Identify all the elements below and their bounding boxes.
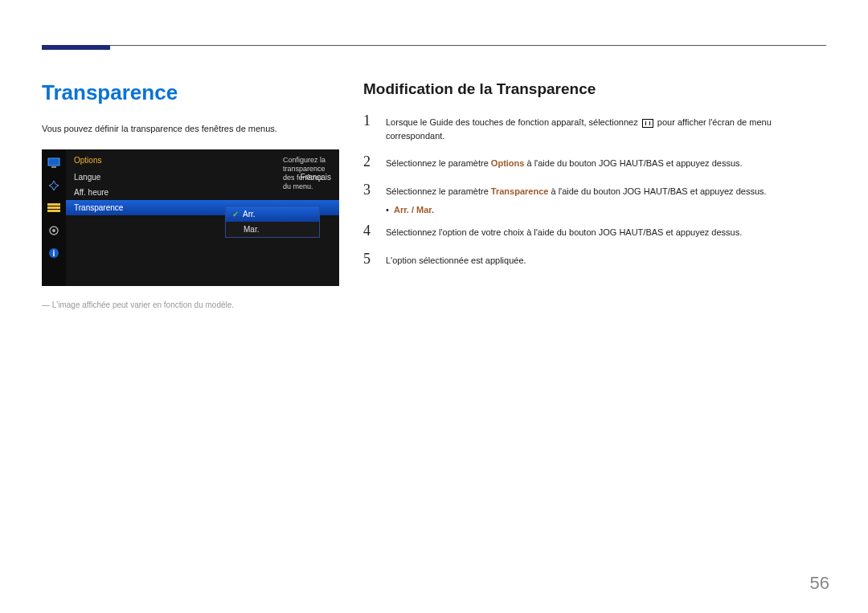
section-subtitle: Modification de la Transparence [363, 80, 821, 98]
step-text: L'option sélectionnée est appliquée. [386, 254, 526, 268]
step-text-part: à l'aide du bouton JOG HAUT/BAS et appuy… [551, 186, 766, 196]
page-title: Transparence [42, 80, 339, 105]
osd-row-label: Langue [74, 173, 100, 182]
bullet-value: Arr. / Mar. [394, 205, 434, 215]
step-5: 5 L'option sélectionnée est appliquée. [363, 251, 821, 268]
svg-rect-5 [47, 210, 60, 212]
step-keyword: Options [491, 158, 525, 168]
step-3: 3 Sélectionnez le paramètre Transparence… [363, 182, 821, 198]
check-icon: ✓ [232, 210, 239, 219]
monitor-icon [47, 156, 61, 170]
left-column: Transparence Vous pouvez définir la tran… [42, 80, 339, 309]
right-column: Modification de la Transparence 1 Lorsqu… [363, 80, 821, 279]
svg-marker-2 [49, 181, 59, 190]
page-number: 56 [810, 573, 829, 594]
step-2: 2 Sélectionnez le paramètre Options à l'… [363, 153, 821, 170]
osd-submenu: ✓ Arr. Mar. [225, 206, 320, 238]
step-bullet: • Arr. / Mar. [386, 205, 821, 215]
step-text: Sélectionnez le paramètre Transparence à… [386, 185, 767, 198]
osd-sidebar: i [42, 149, 66, 286]
step-number: 5 [363, 251, 375, 268]
header-chapter-tab [42, 45, 110, 50]
header-rule [42, 45, 826, 46]
step-number: 1 [363, 112, 375, 129]
position-icon [47, 178, 61, 193]
step-number: 2 [363, 153, 375, 170]
step-text-part: à l'aide du bouton JOG HAUT/BAS et appuy… [526, 158, 742, 168]
options-icon [47, 201, 61, 215]
menu-icon [642, 119, 653, 128]
info-icon: i [47, 246, 61, 260]
step-text: Sélectionnez le paramètre Options à l'ai… [386, 157, 743, 170]
step-number: 3 [363, 182, 375, 198]
step-keyword: Transparence [491, 186, 549, 196]
svg-text:i: i [53, 249, 55, 258]
step-text: Lorsque le Guide des touches de fonction… [386, 116, 821, 142]
svg-rect-1 [51, 166, 56, 168]
svg-rect-4 [47, 206, 60, 209]
step-number: 4 [363, 223, 375, 239]
intro-text: Vous pouvez définir la transparence des … [42, 123, 339, 135]
step-text-part: Sélectionnez le paramètre [386, 186, 491, 196]
osd-submenu-mar: Mar. [226, 222, 319, 237]
step-4: 4 Sélectionnez l'option de votre choix à… [363, 223, 821, 239]
step-1: 1 Lorsque le Guide des touches de foncti… [363, 112, 821, 142]
step-text: Sélectionnez l'option de votre choix à l… [386, 226, 742, 239]
osd-submenu-label: Arr. [243, 210, 256, 219]
osd-help-text: Configurez la transparence des fenêtres … [280, 153, 336, 194]
note-text: ― L'image affichée peut varier en foncti… [42, 300, 339, 309]
step-text-part: Sélectionnez le paramètre [386, 158, 491, 168]
osd-screenshot: i Options Langue Français Aff. heure Tra… [42, 149, 339, 286]
osd-submenu-label: Mar. [244, 225, 259, 234]
gear-icon [47, 223, 61, 238]
step-text-part: Lorsque le Guide des touches de fonction… [386, 117, 641, 127]
svg-point-7 [52, 229, 55, 232]
osd-row-label: Aff. heure [74, 188, 108, 197]
osd-row-label: Transparence [74, 203, 123, 212]
svg-rect-3 [47, 203, 60, 206]
osd-submenu-arr: ✓ Arr. [226, 206, 319, 222]
svg-rect-0 [48, 158, 59, 166]
